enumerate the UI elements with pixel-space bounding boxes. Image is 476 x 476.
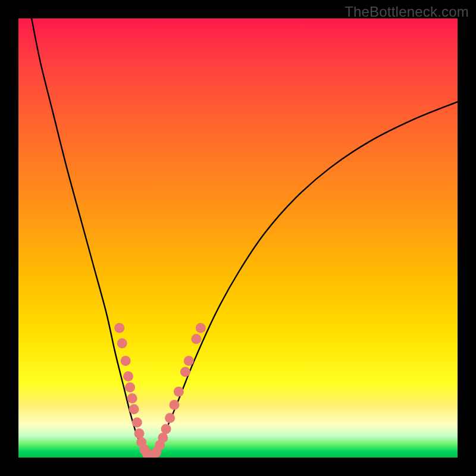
- data-point: [161, 424, 171, 434]
- bottleneck-curve-path: [32, 18, 458, 458]
- chart-svg: [18, 18, 458, 458]
- data-point: [127, 393, 137, 403]
- data-point: [121, 356, 131, 366]
- data-points-group: [114, 323, 206, 458]
- data-point: [117, 339, 127, 349]
- chart-frame: TheBottleneck.com: [0, 0, 476, 476]
- data-point: [180, 367, 190, 377]
- data-point: [170, 400, 180, 410]
- data-point: [174, 387, 184, 397]
- data-point: [184, 356, 194, 366]
- data-point: [125, 382, 135, 392]
- data-point: [196, 323, 206, 333]
- data-point: [134, 428, 145, 439]
- data-point: [132, 418, 142, 428]
- data-point: [191, 334, 201, 344]
- data-point: [165, 413, 175, 423]
- watermark-text: TheBottleneck.com: [345, 4, 469, 20]
- curve-line: [32, 18, 458, 458]
- data-point: [129, 404, 139, 414]
- plot-area: [18, 18, 458, 458]
- data-point: [114, 323, 124, 333]
- data-point: [123, 371, 133, 381]
